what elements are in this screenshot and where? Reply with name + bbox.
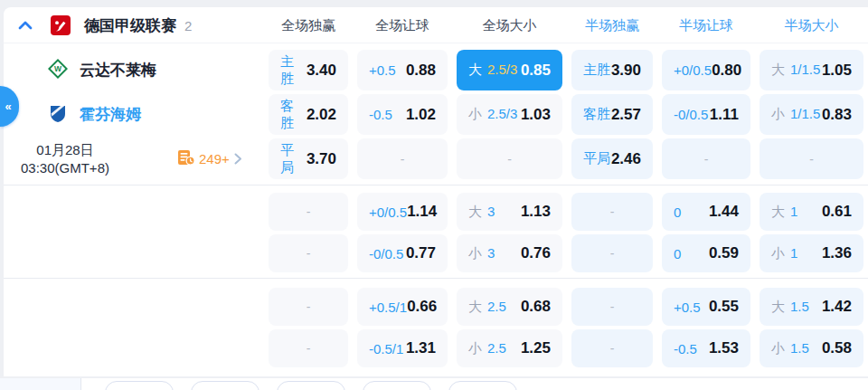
odds-cell-ht-handicap-home[interactable]: +0/0.5 0.80 xyxy=(662,50,750,90)
empty-odds-dash: - xyxy=(610,341,615,356)
odds-cell-ht-under[interactable]: 小 1/1.5 0.83 xyxy=(760,94,863,135)
under-label: 小 xyxy=(771,340,785,357)
selection-cluster: 大 1/1.5 xyxy=(771,62,820,79)
market-tab-pill[interactable] xyxy=(191,381,259,390)
home-team-logo-icon: W xyxy=(48,59,68,82)
odds-cell-ft-under[interactable]: 小 2.5 1.25 xyxy=(457,329,562,367)
column-header-ht-handicap: 半场让球 xyxy=(657,7,755,43)
odds-value: 0.77 xyxy=(406,244,436,262)
home-team-name: 云达不莱梅 xyxy=(80,60,156,81)
overunder-line: 1/1.5 xyxy=(790,62,820,77)
column-header-ht-win: 半场独赢 xyxy=(567,7,657,43)
match-datetime: 01月28日 03:30(GMT+8) xyxy=(7,141,123,176)
over-label: 大 xyxy=(468,204,482,221)
selection-cluster: 大 1.5 xyxy=(771,299,809,316)
more-markets-link[interactable]: 249+ xyxy=(177,149,242,169)
odds-value: 1.25 xyxy=(521,339,551,357)
column-header-ht-overunder: 半场大小 xyxy=(755,7,868,43)
selection-cluster: 小 2.5 xyxy=(468,340,506,357)
odds-cell-ht-handicap[interactable]: 0 1.44 xyxy=(662,193,750,231)
odds-value: 1.42 xyxy=(822,298,852,316)
odds-cell-empty: - xyxy=(457,138,562,179)
match-odds-card: 德国甲级联赛 2 全场独赢 全场让球 全场大小 半场独赢 半场让球 半场大小 W… xyxy=(4,7,868,376)
more-markets-count: 249+ xyxy=(199,151,230,166)
odds-cell-ft-win-away[interactable]: 客胜 2.02 xyxy=(269,94,348,135)
collapse-league-button[interactable] xyxy=(18,17,33,33)
odds-cell-ft-handicap[interactable]: -0/0.5 0.77 xyxy=(357,234,448,272)
row-spacer xyxy=(4,286,264,328)
overunder-line: 1.5 xyxy=(790,340,809,356)
odds-cell-empty: - xyxy=(571,193,653,231)
odds-value: 0.68 xyxy=(521,298,551,316)
odds-cell-ht-under[interactable]: 小 1 1.36 xyxy=(760,234,863,272)
odds-value: 0.55 xyxy=(709,298,739,316)
odds-cell-ft-over[interactable]: 大 2.5 0.68 xyxy=(457,288,562,326)
odds-section-alt-lines-2: - +0.5/1 0.66 大 2.5 0.68 - +0.5 0.55 大 xyxy=(4,279,868,369)
odds-value: 3.70 xyxy=(307,150,336,168)
empty-odds-dash: - xyxy=(307,205,311,219)
market-tab-pill[interactable] xyxy=(105,381,174,390)
odds-cell-ft-handicap[interactable]: -0.5/1 1.31 xyxy=(357,329,448,367)
under-label: 小 xyxy=(771,245,785,262)
odds-cell-ft-handicap[interactable]: +0.5/1 0.66 xyxy=(357,288,448,326)
over-label: 大 xyxy=(771,299,785,316)
handicap-line: -0/0.5 xyxy=(369,246,403,262)
odds-cell-ht-handicap-away[interactable]: -0/0.5 1.11 xyxy=(662,94,750,135)
handicap-line: +0/0.5 xyxy=(369,205,407,220)
selection-label: 客胜 xyxy=(280,98,307,132)
odds-cell-ft-win-home[interactable]: 主胜 3.40 xyxy=(269,50,348,90)
odds-cell-ht-win-home[interactable]: 主胜 3.90 xyxy=(571,50,653,90)
empty-odds-dash: - xyxy=(809,152,814,166)
odds-value: 1.31 xyxy=(406,339,436,357)
selection-cluster: 小 1/1.5 xyxy=(771,106,820,123)
odds-cell-ht-win-away[interactable]: 客胜 2.57 xyxy=(571,94,653,135)
column-header-ft-overunder: 全场大小 xyxy=(452,7,567,43)
row-spacer xyxy=(4,191,264,233)
odds-cell-ft-handicap-home[interactable]: +0.5 0.88 xyxy=(357,50,448,90)
selection-cluster: 大 3 xyxy=(468,204,495,221)
odds-cell-ft-handicap-away[interactable]: -0.5 1.02 xyxy=(357,94,448,135)
odds-value: 1.02 xyxy=(406,106,436,124)
odds-value: 0.80 xyxy=(712,62,741,80)
odds-value: 2.57 xyxy=(611,106,641,124)
odds-cell-ft-under[interactable]: 小 2.5/3 1.03 xyxy=(457,94,562,135)
odds-cell-ft-over[interactable]: 大 3 1.13 xyxy=(457,193,562,231)
over-label: 大 xyxy=(771,62,785,79)
market-tab-pill[interactable] xyxy=(277,381,345,390)
market-tabs-left-block xyxy=(0,378,81,390)
odds-section-alt-lines-1: - +0/0.5 1.14 大 3 1.13 - 0 1.44 大 1 xyxy=(4,185,868,278)
odds-cell-ht-handicap[interactable]: 0 0.59 xyxy=(662,234,750,272)
odds-value: 1.53 xyxy=(709,339,739,357)
selection-label: 主胜 xyxy=(280,53,307,88)
away-team-row: 霍芬海姆 xyxy=(4,92,264,137)
league-title: 德国甲级联赛 xyxy=(84,15,176,36)
odds-value: 2.46 xyxy=(611,150,641,168)
selection-cluster: 小 3 xyxy=(468,245,495,262)
odds-cell-ft-handicap[interactable]: +0/0.5 1.14 xyxy=(357,193,448,231)
away-team-logo-icon xyxy=(48,103,68,127)
odds-cell-ht-under[interactable]: 小 1.5 0.58 xyxy=(760,329,863,367)
odds-cell-empty: - xyxy=(357,138,448,179)
home-team-row: W 云达不莱梅 xyxy=(4,48,264,92)
odds-value: 0.85 xyxy=(521,62,551,80)
odds-cell-ht-over[interactable]: 大 1 0.61 xyxy=(760,193,863,231)
odds-cell-ht-handicap[interactable]: +0.5 0.55 xyxy=(662,288,750,326)
svg-text:W: W xyxy=(54,64,62,73)
odds-cell-ht-over[interactable]: 大 1/1.5 1.05 xyxy=(760,50,863,90)
odds-cell-ft-under[interactable]: 小 3 0.76 xyxy=(457,234,562,272)
odds-cell-ft-draw[interactable]: 平局 3.70 xyxy=(269,138,348,179)
handicap-line: +0.5 xyxy=(674,300,701,315)
odds-value: 0.66 xyxy=(407,298,437,316)
match-date: 01月28日 xyxy=(7,141,123,159)
odds-cell-empty: - xyxy=(662,138,750,179)
overunder-line: 2.5/3 xyxy=(487,62,517,77)
odds-cell-ht-draw[interactable]: 平局 2.46 xyxy=(571,138,653,179)
market-tab-pill[interactable] xyxy=(448,381,517,390)
market-tab-pill[interactable] xyxy=(363,381,431,390)
odds-cell-ht-over[interactable]: 大 1.5 1.42 xyxy=(760,288,863,326)
handicap-line: -0.5 xyxy=(674,341,697,357)
handicap-line: +0.5 xyxy=(369,62,396,78)
odds-cell-ht-handicap[interactable]: -0.5 1.53 xyxy=(662,329,750,367)
handicap-line: -0.5/1 xyxy=(369,341,403,357)
odds-cell-ft-over-selected[interactable]: 大 2.5/3 0.85 xyxy=(457,50,562,90)
